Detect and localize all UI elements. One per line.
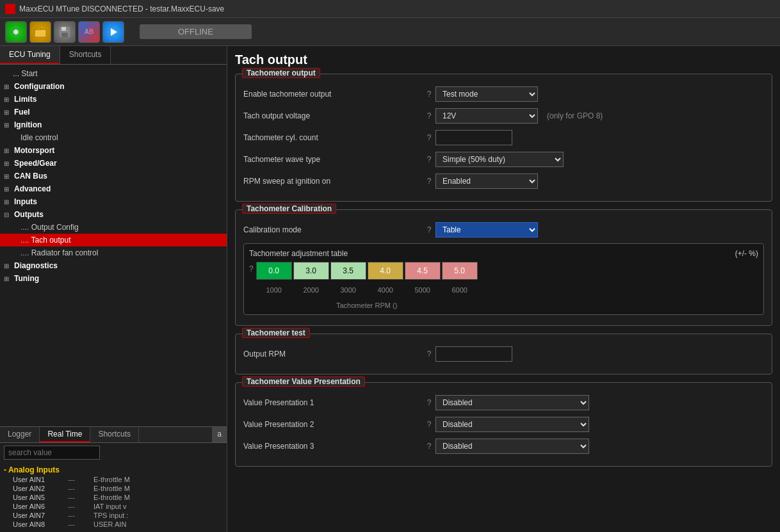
tab-bottom-shortcuts[interactable]: Shortcuts xyxy=(90,427,139,442)
sidebar-item-tuning[interactable]: ⊞Tuning xyxy=(0,272,227,285)
output-rpm-input[interactable]: 4500 xyxy=(435,346,512,362)
cal-cell-4[interactable]: 4.5 xyxy=(405,262,441,280)
sidebar-item-idle-control[interactable]: Idle control xyxy=(0,131,227,144)
adjustment-table-title: Tachometer adjustment table (+/- %) xyxy=(249,249,758,258)
tachometer-test-header: Tachometer test xyxy=(242,328,310,338)
sidebar-item-fuel[interactable]: ⊞Fuel xyxy=(0,106,227,118)
tab-ecu-tuning[interactable]: ECU Tuning xyxy=(0,46,60,64)
search-row xyxy=(0,443,227,462)
play-button[interactable] xyxy=(102,21,124,43)
sidebar-item-outputs[interactable]: ⊟Outputs xyxy=(0,208,227,221)
calibration-grid: 0.0 3.0 3.5 4.0 4.5 5.0 1000 2000 3000 xyxy=(256,262,478,309)
extra-tab[interactable]: a xyxy=(212,427,227,442)
calibration-mode-row: Calibration mode ? Table Disabled Factor xyxy=(243,222,764,238)
vp3-help[interactable]: ? xyxy=(423,442,435,451)
vp3-select[interactable]: Disabled xyxy=(435,439,589,454)
window-title: MaxxECU MTune DISCONNECTED - testar.Maxx… xyxy=(19,4,224,13)
cal-rpm-5: 6000 xyxy=(442,281,478,299)
vp3-label: Value Presentation 3 xyxy=(243,442,423,451)
analog-inputs-header: - Analog Inputs xyxy=(4,465,223,475)
rpm-sweep-select[interactable]: Enabled Disabled xyxy=(435,173,538,189)
analog-list: - Analog Inputs User AIN1 --- E-throttle… xyxy=(0,462,227,532)
voltage-help[interactable]: ? xyxy=(423,111,435,120)
sidebar-item-output-config[interactable]: .... Output Config xyxy=(0,221,227,234)
titlebar: MaxxECU MTune DISCONNECTED - testar.Maxx… xyxy=(0,0,780,18)
tachometer-test-section: Tachometer test Output RPM ? 4500 xyxy=(235,334,772,375)
sidebar-item-limits[interactable]: ⊞Limits xyxy=(0,93,227,106)
sidebar-item-configuration[interactable]: ⊞Configuration xyxy=(0,80,227,93)
svg-rect-3 xyxy=(61,33,68,37)
cal-cell-3[interactable]: 4.0 xyxy=(368,262,403,280)
cal-cell-5[interactable]: 5.0 xyxy=(442,262,478,280)
nav-start[interactable]: ... Start xyxy=(0,67,227,80)
cal-rpm-2: 3000 xyxy=(330,281,366,299)
sidebar-item-can-bus[interactable]: ⊞CAN Bus xyxy=(0,170,227,182)
rpm-sweep-row: RPM sweep at ignition on ? Enabled Disab… xyxy=(243,173,764,189)
main-layout: ECU Tuning Shortcuts ... Start ⊞Configur… xyxy=(0,46,780,532)
tachometer-calibration-section: Tachometer Calibration Calibration mode … xyxy=(235,209,772,326)
value-presentation-header: Tachometer Value Presentation xyxy=(242,376,365,387)
cyl-count-row: Tachometer cyl. count ? 4 xyxy=(243,129,764,146)
cal-rpm-row: 1000 2000 3000 4000 5000 6000 xyxy=(256,281,478,299)
bottom-panel: Logger Real Time Shortcuts a - Analog In… xyxy=(0,426,227,532)
voltage-select[interactable]: 12V 5V xyxy=(435,108,538,124)
cal-rpm-4: 5000 xyxy=(405,281,441,299)
vp1-label: Value Presentation 1 xyxy=(243,398,423,407)
rpm-sweep-help[interactable]: ? xyxy=(423,177,435,186)
sidebar-item-diagnostics[interactable]: ⊞Diagnostics xyxy=(0,259,227,272)
enable-tach-help[interactable]: ? xyxy=(423,90,435,99)
rpm-sweep-label: RPM sweep at ignition on xyxy=(243,177,423,186)
sidebar-item-radiator-fan[interactable]: .... Radiator fan control xyxy=(0,246,227,259)
vp1-row: Value Presentation 1 ? Disabled xyxy=(243,394,764,411)
new-button[interactable]: ● xyxy=(5,21,27,43)
vp1-select[interactable]: Disabled xyxy=(435,395,589,410)
cal-cell-0[interactable]: 0.0 xyxy=(256,262,292,280)
wave-type-select[interactable]: Simple (50% duty) Complex xyxy=(435,152,564,167)
svg-marker-4 xyxy=(111,28,117,36)
sidebar-item-motorsport[interactable]: ⊞Motorsport xyxy=(0,144,227,157)
list-item[interactable]: User AIN8 --- USER AIN xyxy=(4,520,223,529)
cal-cell-1[interactable]: 3.0 xyxy=(293,262,329,280)
output-rpm-help[interactable]: ? xyxy=(423,350,435,359)
ab-button[interactable]: AB xyxy=(78,21,100,43)
voltage-note: (only for GPO 8) xyxy=(547,111,603,120)
enable-tach-label: Enable tachometer output xyxy=(243,90,423,99)
sidebar-item-tach-output[interactable]: .... Tach output xyxy=(0,234,227,246)
sidebar: ECU Tuning Shortcuts ... Start ⊞Configur… xyxy=(0,46,227,532)
list-item[interactable]: User AIN6 --- IAT input v xyxy=(4,502,223,511)
tab-logger[interactable]: Logger xyxy=(0,427,40,442)
app-logo xyxy=(5,4,15,14)
vp1-help[interactable]: ? xyxy=(423,398,435,407)
cyl-count-help[interactable]: ? xyxy=(423,133,435,142)
vp2-help[interactable]: ? xyxy=(423,420,435,429)
tachometer-output-header: Tachometer output xyxy=(242,68,320,78)
cal-values-row: 0.0 3.0 3.5 4.0 4.5 5.0 xyxy=(256,262,478,280)
vp2-row: Value Presentation 2 ? Disabled xyxy=(243,416,764,433)
open-button[interactable] xyxy=(29,21,51,43)
enable-tach-row: Enable tachometer output ? Test mode Dis… xyxy=(243,86,764,102)
list-item[interactable]: User AIN7 --- TPS input : xyxy=(4,511,223,520)
wave-type-help[interactable]: ? xyxy=(423,155,435,164)
vp2-label: Value Presentation 2 xyxy=(243,420,423,429)
wave-type-label: Tachometer wave type xyxy=(243,155,423,164)
list-item[interactable]: User AIN5 --- E-throttle M xyxy=(4,493,223,502)
list-item[interactable]: User AIN1 --- E-throttle M xyxy=(4,475,223,484)
svg-rect-2 xyxy=(61,27,66,31)
cyl-count-input[interactable]: 4 xyxy=(435,130,512,145)
vp2-select[interactable]: Disabled xyxy=(435,417,589,432)
save-button[interactable] xyxy=(54,21,76,43)
tab-shortcuts[interactable]: Shortcuts xyxy=(60,46,111,64)
calibration-mode-help[interactable]: ? xyxy=(423,225,435,234)
sidebar-item-ignition[interactable]: ⊞Ignition xyxy=(0,118,227,131)
output-rpm-label: Output RPM xyxy=(243,350,423,359)
enable-tach-select[interactable]: Test mode Disabled Enabled xyxy=(435,86,538,102)
sidebar-item-advanced[interactable]: ⊞Advanced xyxy=(0,182,227,195)
sidebar-item-inputs[interactable]: ⊞Inputs xyxy=(0,195,227,208)
sidebar-item-speed-gear[interactable]: ⊞Speed/Gear xyxy=(0,157,227,170)
list-item[interactable]: User AIN2 --- E-throttle M xyxy=(4,484,223,493)
calibration-mode-select[interactable]: Table Disabled Factor xyxy=(435,222,538,238)
cal-cell-2[interactable]: 3.5 xyxy=(330,262,366,280)
cal-help[interactable]: ? xyxy=(249,264,254,273)
tab-realtime[interactable]: Real Time xyxy=(40,427,90,442)
search-input[interactable] xyxy=(4,446,100,460)
